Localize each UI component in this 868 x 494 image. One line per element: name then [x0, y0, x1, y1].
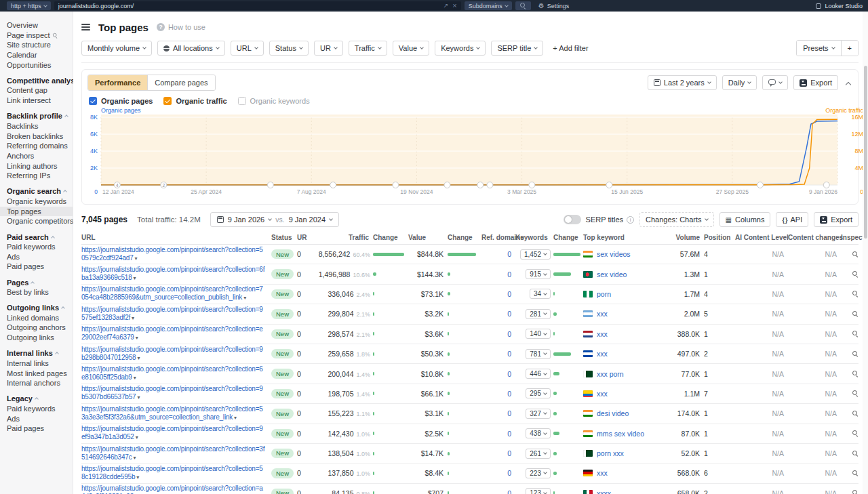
filter-chip-keywords[interactable]: Keywords: [435, 41, 486, 56]
inspect-icon[interactable]: [852, 470, 859, 476]
top-keyword-link[interactable]: xxxx: [597, 489, 611, 494]
url-link[interactable]: https://journaliststudio.google.com/pinp…: [81, 266, 271, 283]
sidebar-section-pages[interactable]: Pages: [0, 272, 73, 287]
sidebar-item-page-inspect[interactable]: Page inspect: [0, 30, 73, 41]
filter-chip-traffic[interactable]: Traffic: [349, 41, 387, 56]
column-header-volume[interactable]: Volume: [663, 234, 704, 241]
ref-domains-link[interactable]: 0: [481, 330, 515, 338]
column-header-inspect[interactable]: Inspect: [841, 234, 861, 241]
url-link[interactable]: https://journaliststudio.google.com/pinp…: [81, 346, 271, 363]
sidebar-item-calendar[interactable]: Calendar: [0, 50, 73, 60]
sidebar-item-link-intersect[interactable]: Link intersect: [0, 96, 73, 106]
inspect-icon[interactable]: [852, 311, 859, 317]
event-marker[interactable]: [444, 182, 450, 188]
column-header-value[interactable]: Value: [408, 234, 448, 241]
url-link[interactable]: https://journaliststudio.google.com/pinp…: [81, 485, 271, 494]
top-keyword-link[interactable]: porn: [597, 290, 611, 298]
series-toggle-organic-keywords[interactable]: Organic keywords: [238, 97, 310, 105]
top-keyword-link[interactable]: porn xxx: [597, 449, 624, 457]
filter-chip-status[interactable]: Status: [269, 41, 309, 56]
top-keyword-link[interactable]: mms sex video: [597, 430, 644, 438]
url-link[interactable]: https://journaliststudio.google.com/pinp…: [81, 405, 271, 422]
column-header-ai-content-level[interactable]: AI Content Level: [735, 234, 788, 241]
sidebar-section-backlink-profile[interactable]: Backlink profile: [0, 106, 73, 121]
add-filter-button[interactable]: + Add filter: [553, 44, 588, 52]
api-button[interactable]: API: [776, 212, 808, 227]
sidebar-item-most-linked-pages[interactable]: Most linked pages: [0, 369, 73, 379]
keywords-dropdown[interactable]: 140: [526, 329, 551, 339]
filter-chip-ur[interactable]: UR: [314, 41, 343, 56]
menu-icon[interactable]: [81, 24, 90, 30]
inspect-icon[interactable]: [852, 371, 859, 377]
url-link[interactable]: https://journaliststudio.google.com/pinp…: [81, 425, 271, 442]
sidebar-section-legacy[interactable]: Legacy: [0, 388, 73, 404]
column-header-ur[interactable]: UR: [297, 234, 313, 241]
column-header-position[interactable]: Position: [704, 234, 735, 241]
ref-domains-link[interactable]: 0: [481, 250, 515, 258]
sidebar-item-outgoing-anchors[interactable]: Outgoing anchors: [0, 323, 73, 333]
column-header-content-changes[interactable]: Content changes: [788, 234, 841, 241]
keywords-dropdown[interactable]: 281: [526, 309, 551, 319]
column-header-status[interactable]: Status: [271, 234, 297, 241]
event-marker[interactable]: [529, 182, 535, 188]
granularity-dropdown[interactable]: Daily: [722, 75, 757, 90]
top-keyword-link[interactable]: xxx: [597, 469, 608, 477]
column-header-change[interactable]: Change: [448, 234, 481, 241]
tab-compare-pages[interactable]: Compare pages: [147, 75, 214, 90]
event-marker[interactable]: 2: [161, 182, 167, 188]
inspect-icon[interactable]: [852, 251, 859, 258]
ref-domains-link[interactable]: 0: [481, 430, 515, 438]
ref-domains-link[interactable]: 0: [481, 350, 515, 358]
sidebar-section-competitive-analysis[interactable]: Competitive analysis: [0, 70, 73, 85]
compare-dates-control[interactable]: 9 Jan 2026 vs. 9 Jan 2024: [210, 212, 339, 227]
inspect-icon[interactable]: [852, 390, 859, 396]
event-marker[interactable]: 4: [114, 182, 120, 188]
event-marker[interactable]: [330, 182, 336, 188]
series-toggle-organic-traffic[interactable]: Organic traffic: [163, 97, 226, 105]
inspect-icon[interactable]: [852, 430, 859, 436]
sidebar-item-paid-keywords[interactable]: Paid keywords: [0, 242, 73, 252]
target-url-input[interactable]: journaliststudio.google.com/: [54, 1, 461, 10]
sidebar-item-paid-pages[interactable]: Paid pages: [0, 424, 73, 434]
column-header-top-keyword[interactable]: Top keyword: [583, 234, 663, 241]
ref-domains-link[interactable]: 0: [481, 409, 515, 417]
ref-domains-link[interactable]: 0: [481, 489, 515, 494]
sidebar-item-paid-pages[interactable]: Paid pages: [0, 262, 73, 272]
sidebar-section-outgoing-links[interactable]: Outgoing links: [0, 297, 73, 313]
sidebar-item-opportunities[interactable]: Opportunities: [0, 60, 73, 70]
url-link[interactable]: https://journaliststudio.google.com/pinp…: [81, 445, 271, 462]
column-header-change[interactable]: Change: [373, 234, 408, 241]
inspect-icon[interactable]: [852, 411, 859, 417]
inspect-icon[interactable]: [852, 331, 859, 337]
protocol-dropdown[interactable]: http + https: [7, 1, 51, 10]
event-marker[interactable]: [757, 182, 763, 188]
ref-domains-link[interactable]: 0: [481, 290, 515, 298]
column-header-ref-domains[interactable]: Ref. domains: [481, 234, 515, 241]
column-header-change[interactable]: Change: [553, 234, 583, 241]
settings-button[interactable]: Settings: [538, 2, 570, 9]
filter-chip-serp-title[interactable]: SERP title: [491, 41, 543, 56]
url-link[interactable]: https://journaliststudio.google.com/pinp…: [81, 325, 271, 342]
ref-domains-link[interactable]: 0: [481, 270, 515, 279]
column-header-traffic[interactable]: Traffic: [313, 234, 373, 241]
sidebar-item-top-pages[interactable]: Top pages: [0, 207, 73, 217]
presets-dropdown[interactable]: Presets: [797, 41, 840, 56]
event-marker[interactable]: [267, 182, 273, 188]
keywords-dropdown[interactable]: 1,452: [520, 249, 551, 260]
sidebar-item-internal-links[interactable]: Internal links: [0, 358, 73, 369]
top-keyword-link[interactable]: desi video: [597, 409, 629, 417]
keywords-dropdown[interactable]: 123: [526, 488, 551, 494]
ref-domains-link[interactable]: 0: [481, 310, 515, 318]
sidebar-item-best-by-links[interactable]: Best by links: [0, 287, 73, 297]
sidebar-section-paid-search[interactable]: Paid search: [0, 226, 73, 242]
top-keyword-link[interactable]: sex videos: [597, 250, 631, 258]
top-keyword-link[interactable]: xxx: [597, 390, 608, 398]
how-to-use-link[interactable]: ? How to use: [157, 23, 205, 31]
ref-domains-link[interactable]: 0: [481, 390, 515, 398]
scope-dropdown[interactable]: Subdomains: [465, 1, 512, 10]
keywords-dropdown[interactable]: 446: [526, 369, 551, 379]
top-keyword-link[interactable]: xxx: [597, 330, 608, 338]
filter-chip-all-locations[interactable]: All locations: [157, 41, 225, 56]
keywords-dropdown[interactable]: 34: [530, 289, 551, 299]
chart-export-button[interactable]: Export: [793, 75, 838, 90]
